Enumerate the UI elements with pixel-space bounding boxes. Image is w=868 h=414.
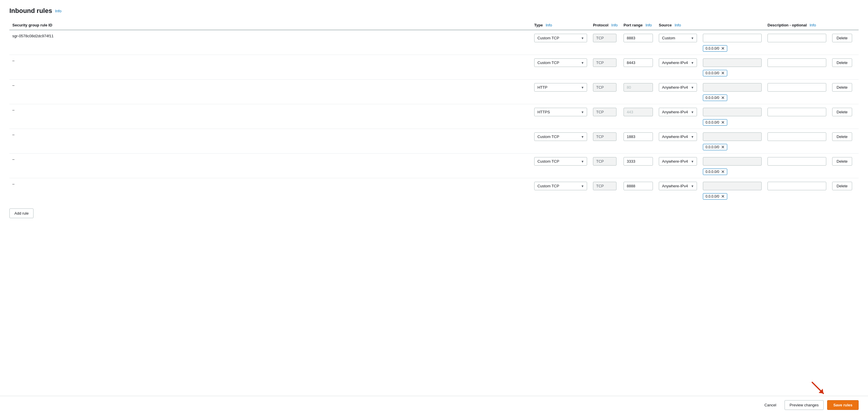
source-type-select[interactable]: Custom Anywhere-IPv4 Anywhere-IPv6 My IP	[659, 132, 697, 141]
source-type-select[interactable]: Custom Anywhere-IPv4 Anywhere-IPv6 My IP	[659, 34, 697, 42]
spacer-cell	[9, 191, 531, 203]
spacer-cell	[656, 68, 700, 79]
description-input[interactable]	[768, 59, 826, 67]
delete-button[interactable]: Delete	[832, 59, 852, 67]
protocol-cell	[590, 55, 621, 68]
port-cell	[621, 79, 656, 92]
spacer-cell	[590, 191, 621, 203]
rule-id-cell: –	[9, 55, 531, 68]
action-bar: Cancel Preview changes Save rules	[0, 396, 868, 414]
table-row-tag: 0.0.0.0/0 ✕	[9, 117, 859, 129]
description-cell	[765, 55, 829, 68]
cidr-tag-cell: 0.0.0.0/0 ✕	[700, 92, 765, 104]
description-input[interactable]	[768, 34, 826, 42]
port-info-link[interactable]: Info	[646, 23, 652, 27]
spacer-cell	[590, 68, 621, 79]
spacer-cell	[829, 117, 859, 129]
cidr-tag-cell: 0.0.0.0/0 ✕	[700, 117, 765, 129]
type-select[interactable]: Custom TCPCustom UDPCustom ICMPAll TCPAl…	[534, 83, 587, 92]
delete-button[interactable]: Delete	[832, 157, 852, 166]
source-search-wrapper: 🔍	[703, 59, 762, 67]
protocol-info-link[interactable]: Info	[611, 23, 618, 27]
cidr-remove-button[interactable]: ✕	[721, 120, 724, 125]
spacer-cell	[829, 141, 859, 153]
description-info-link[interactable]: Info	[809, 23, 816, 27]
description-cell	[765, 104, 829, 117]
spacer-cell	[9, 43, 531, 55]
cidr-remove-button[interactable]: ✕	[721, 170, 724, 174]
description-cell	[765, 129, 829, 141]
port-input[interactable]	[623, 34, 653, 42]
source-info-link[interactable]: Info	[675, 23, 681, 27]
type-select-wrapper: Custom TCPCustom UDPCustom ICMPAll TCPAl…	[534, 108, 587, 116]
description-input[interactable]	[768, 157, 826, 166]
cidr-remove-button[interactable]: ✕	[721, 194, 724, 199]
delete-button[interactable]: Delete	[832, 182, 852, 190]
port-input[interactable]	[623, 182, 653, 190]
add-rule-button[interactable]: Add rule	[9, 208, 33, 218]
type-info-link[interactable]: Info	[546, 23, 552, 27]
spacer-cell	[765, 92, 829, 104]
source-type-select[interactable]: Custom Anywhere-IPv4 Anywhere-IPv6 My IP	[659, 83, 697, 92]
source-type-select-wrapper: Custom Anywhere-IPv4 Anywhere-IPv6 My IP…	[659, 34, 697, 42]
cancel-button[interactable]: Cancel	[760, 401, 781, 410]
source-search-input[interactable]	[703, 34, 762, 42]
type-select[interactable]: Custom TCPCustom UDPCustom ICMPAll TCPAl…	[534, 108, 587, 116]
spacer-cell	[656, 141, 700, 153]
source-input-cell: 🔍	[700, 178, 765, 191]
preview-changes-button[interactable]: Preview changes	[784, 400, 824, 410]
save-rules-button[interactable]: Save rules	[827, 400, 859, 410]
port-input[interactable]	[623, 132, 653, 141]
cidr-remove-button[interactable]: ✕	[721, 96, 724, 100]
type-select[interactable]: Custom TCPCustom UDPCustom ICMPAll TCPAl…	[534, 34, 587, 42]
cidr-remove-button[interactable]: ✕	[721, 71, 724, 75]
spacer-cell	[590, 117, 621, 129]
delete-cell: Delete	[829, 104, 859, 117]
source-type-select[interactable]: Custom Anywhere-IPv4 Anywhere-IPv6 My IP	[659, 108, 697, 116]
inbound-rules-info-link[interactable]: Info	[55, 9, 61, 13]
delete-cell: Delete	[829, 153, 859, 166]
cidr-tag-cell: 0.0.0.0/0 ✕	[700, 141, 765, 153]
description-input[interactable]	[768, 132, 826, 141]
source-search-input	[703, 108, 762, 116]
source-type-select[interactable]: Custom Anywhere-IPv4 Anywhere-IPv6 My IP	[659, 182, 697, 190]
col-header-protocol: Protocol Info	[590, 21, 621, 30]
delete-button[interactable]: Delete	[832, 108, 852, 116]
delete-cell: Delete	[829, 30, 859, 43]
rules-table-wrapper: Security group rule ID Type Info Protoco…	[9, 21, 859, 203]
type-select[interactable]: Custom TCPCustom UDPCustom ICMPAll TCPAl…	[534, 132, 587, 141]
protocol-cell	[590, 79, 621, 92]
type-cell: Custom TCPCustom UDPCustom ICMPAll TCPAl…	[531, 55, 590, 68]
description-input[interactable]	[768, 108, 826, 116]
port-input[interactable]	[623, 83, 653, 92]
type-select[interactable]: Custom TCPCustom UDPCustom ICMPAll TCPAl…	[534, 59, 587, 67]
delete-button[interactable]: Delete	[832, 34, 852, 42]
source-type-select[interactable]: Custom Anywhere-IPv4 Anywhere-IPv6 My IP	[659, 157, 697, 166]
cidr-remove-button[interactable]: ✕	[721, 46, 724, 50]
delete-button[interactable]: Delete	[832, 83, 852, 92]
spacer-cell	[531, 68, 590, 79]
port-cell	[621, 153, 656, 166]
type-cell: Custom TCPCustom UDPCustom ICMPAll TCPAl…	[531, 79, 590, 92]
source-type-cell: Custom Anywhere-IPv4 Anywhere-IPv6 My IP…	[656, 153, 700, 166]
type-select[interactable]: Custom TCPCustom UDPCustom ICMPAll TCPAl…	[534, 157, 587, 166]
source-type-cell: Custom Anywhere-IPv4 Anywhere-IPv6 My IP…	[656, 129, 700, 141]
type-select[interactable]: Custom TCPCustom UDPCustom ICMPAll TCPAl…	[534, 182, 587, 190]
port-input[interactable]	[623, 59, 653, 67]
cidr-value: 0.0.0.0/0	[706, 46, 719, 50]
spacer-cell	[9, 141, 531, 153]
protocol-input	[593, 157, 617, 166]
cidr-tag: 0.0.0.0/0 ✕	[703, 70, 727, 76]
description-input[interactable]	[768, 83, 826, 92]
source-type-select-wrapper: Custom Anywhere-IPv4 Anywhere-IPv6 My IP…	[659, 108, 697, 116]
description-input[interactable]	[768, 182, 826, 190]
delete-button[interactable]: Delete	[832, 132, 852, 141]
port-input[interactable]	[623, 108, 653, 116]
spacer-cell	[621, 68, 656, 79]
source-type-select[interactable]: Custom Anywhere-IPv4 Anywhere-IPv6 My IP	[659, 59, 697, 67]
spacer-cell	[656, 43, 700, 55]
cidr-remove-button[interactable]: ✕	[721, 145, 724, 149]
port-input[interactable]	[623, 157, 653, 166]
spacer-cell	[531, 166, 590, 178]
spacer-cell	[590, 166, 621, 178]
